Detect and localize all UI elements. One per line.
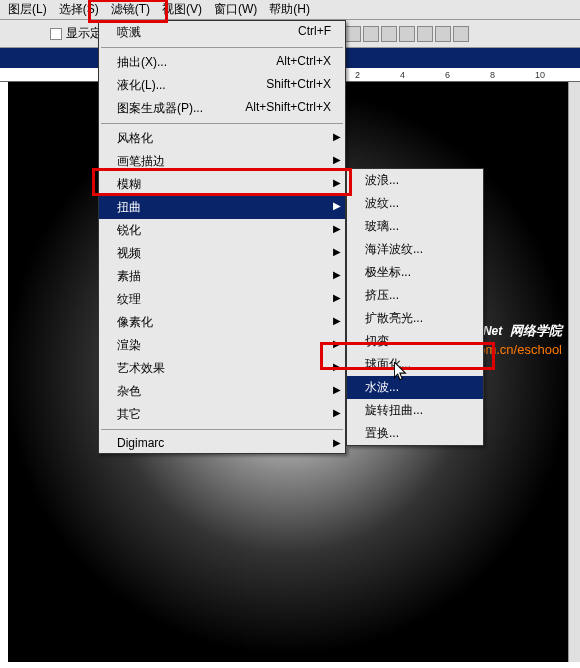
- menu-item-pixelate[interactable]: 像素化▶: [99, 311, 345, 334]
- menu-item-sharpen[interactable]: 锐化▶: [99, 219, 345, 242]
- menu-item-sketch[interactable]: 素描▶: [99, 265, 345, 288]
- menu-item-stylize[interactable]: 风格化▶: [99, 127, 345, 150]
- submenu-item-ripple[interactable]: 波纹...: [347, 192, 483, 215]
- menu-label: 波浪...: [365, 172, 399, 189]
- menu-label: 抽出(X)...: [117, 54, 167, 71]
- submenu-arrow-icon: ▶: [333, 361, 341, 372]
- align-icon[interactable]: [345, 26, 361, 42]
- menu-item-distort[interactable]: 扭曲▶: [99, 196, 345, 219]
- ruler-mark: 6: [445, 70, 450, 80]
- submenu-arrow-icon: ▶: [333, 407, 341, 418]
- menu-item-extract[interactable]: 抽出(X)... Alt+Ctrl+X: [99, 51, 345, 74]
- menu-label: Digimarc: [117, 436, 164, 450]
- menu-separator: [101, 123, 343, 124]
- submenu-arrow-icon: ▶: [333, 177, 341, 188]
- menu-shortcut: Shift+Ctrl+X: [266, 77, 331, 94]
- submenu-arrow-icon: ▶: [333, 437, 341, 448]
- watermark-subtitle: 网络学院: [510, 323, 562, 338]
- align-icon[interactable]: [435, 26, 451, 42]
- menu-label: 置换...: [365, 425, 399, 442]
- menu-label: 纹理: [117, 291, 141, 308]
- submenu-item-diffuse-glow[interactable]: 扩散亮光...: [347, 307, 483, 330]
- menu-item-other[interactable]: 其它▶: [99, 403, 345, 426]
- submenu-item-spherize[interactable]: 球面化...: [347, 353, 483, 376]
- submenu-arrow-icon: ▶: [333, 131, 341, 142]
- menu-filter[interactable]: 滤镜(T): [105, 0, 156, 20]
- menu-layer[interactable]: 图层(L): [2, 0, 53, 20]
- submenu-arrow-icon: ▶: [333, 154, 341, 165]
- submenu-arrow-icon: ▶: [333, 269, 341, 280]
- menu-separator: [101, 47, 343, 48]
- menu-item-render[interactable]: 渲染▶: [99, 334, 345, 357]
- submenu-item-zigzag[interactable]: 水波...: [347, 376, 483, 399]
- menu-item-blur[interactable]: 模糊▶: [99, 173, 345, 196]
- checkbox-label: 显示定: [66, 25, 102, 42]
- submenu-item-glass[interactable]: 玻璃...: [347, 215, 483, 238]
- menu-label: 视频: [117, 245, 141, 262]
- menu-window[interactable]: 窗口(W): [208, 0, 263, 20]
- ruler-mark: 10: [535, 70, 545, 80]
- ruler-mark: 2: [355, 70, 360, 80]
- align-icon[interactable]: [417, 26, 433, 42]
- menu-label: 渲染: [117, 337, 141, 354]
- submenu-item-twirl[interactable]: 旋转扭曲...: [347, 399, 483, 422]
- menu-item-noise[interactable]: 杂色▶: [99, 380, 345, 403]
- menu-label: 极坐标...: [365, 264, 411, 281]
- menu-label: 画笔描边: [117, 153, 165, 170]
- menu-label: 锐化: [117, 222, 141, 239]
- menu-item-liquify[interactable]: 液化(L)... Shift+Ctrl+X: [99, 74, 345, 97]
- vertical-scrollbar[interactable]: [568, 82, 580, 662]
- submenu-item-wave[interactable]: 波浪...: [347, 169, 483, 192]
- menu-label: 杂色: [117, 383, 141, 400]
- alignment-icons: [345, 26, 469, 42]
- menu-shortcut: Alt+Ctrl+X: [276, 54, 331, 71]
- ruler-mark: 4: [400, 70, 405, 80]
- menu-label: 图案生成器(P)...: [117, 100, 203, 117]
- submenu-arrow-icon: ▶: [333, 200, 341, 211]
- menu-item-last-filter[interactable]: 喷溅 Ctrl+F: [99, 21, 345, 44]
- filter-menu-popup: 喷溅 Ctrl+F 抽出(X)... Alt+Ctrl+X 液化(L)... S…: [98, 20, 346, 454]
- menu-shortcut: Alt+Shift+Ctrl+X: [245, 100, 331, 117]
- distort-submenu-popup: 波浪... 波纹... 玻璃... 海洋波纹... 极坐标... 挤压... 扩…: [346, 168, 484, 446]
- menu-label: 海洋波纹...: [365, 241, 423, 258]
- menu-help[interactable]: 帮助(H): [263, 0, 316, 20]
- menu-item-brushstrokes[interactable]: 画笔描边▶: [99, 150, 345, 173]
- menu-label: 其它: [117, 406, 141, 423]
- ruler-mark: 8: [490, 70, 495, 80]
- menu-label: 波纹...: [365, 195, 399, 212]
- menu-select[interactable]: 选择(S): [53, 0, 105, 20]
- align-icon[interactable]: [399, 26, 415, 42]
- menubar: 图层(L) 选择(S) 滤镜(T) 视图(V) 窗口(W) 帮助(H): [0, 0, 580, 20]
- menu-label: 风格化: [117, 130, 153, 147]
- menu-label: 扩散亮光...: [365, 310, 423, 327]
- align-icon[interactable]: [381, 26, 397, 42]
- menu-item-artistic[interactable]: 艺术效果▶: [99, 357, 345, 380]
- align-icon[interactable]: [363, 26, 379, 42]
- menu-label: 切变...: [365, 333, 399, 350]
- submenu-item-ocean-ripple[interactable]: 海洋波纹...: [347, 238, 483, 261]
- menu-view[interactable]: 视图(V): [156, 0, 208, 20]
- menu-label: 模糊: [117, 176, 141, 193]
- submenu-arrow-icon: ▶: [333, 315, 341, 326]
- submenu-item-displace[interactable]: 置换...: [347, 422, 483, 445]
- menu-label: 玻璃...: [365, 218, 399, 235]
- show-bounding-checkbox[interactable]: [50, 28, 62, 40]
- menu-label: 像素化: [117, 314, 153, 331]
- menu-item-texture[interactable]: 纹理▶: [99, 288, 345, 311]
- menu-shortcut: Ctrl+F: [298, 24, 331, 41]
- submenu-item-polar[interactable]: 极坐标...: [347, 261, 483, 284]
- submenu-item-pinch[interactable]: 挤压...: [347, 284, 483, 307]
- menu-label: 扭曲: [117, 199, 141, 216]
- submenu-arrow-icon: ▶: [333, 223, 341, 234]
- menu-item-video[interactable]: 视频▶: [99, 242, 345, 265]
- align-icon[interactable]: [453, 26, 469, 42]
- submenu-item-shear[interactable]: 切变...: [347, 330, 483, 353]
- menu-separator: [101, 429, 343, 430]
- submenu-arrow-icon: ▶: [333, 246, 341, 257]
- mouse-cursor-icon: [394, 362, 408, 385]
- submenu-arrow-icon: ▶: [333, 384, 341, 395]
- menu-item-pattern-maker[interactable]: 图案生成器(P)... Alt+Shift+Ctrl+X: [99, 97, 345, 120]
- menu-item-digimarc[interactable]: Digimarc▶: [99, 433, 345, 453]
- menu-label: 挤压...: [365, 287, 399, 304]
- menu-label: 艺术效果: [117, 360, 165, 377]
